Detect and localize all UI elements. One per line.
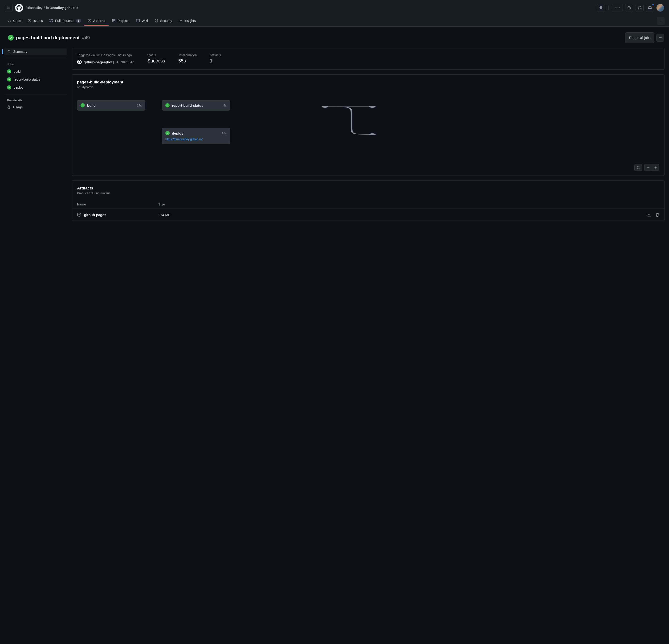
notifications-button[interactable] — [646, 4, 654, 12]
table-icon — [112, 19, 116, 23]
artifacts-subtitle: Produced during runtime — [77, 191, 659, 195]
user-avatar[interactable] — [656, 4, 664, 12]
workflow-title: pages-build-deployment — [77, 80, 659, 85]
git-pull-request-icon — [638, 6, 641, 10]
run-metadata-panel: Triggered via GitHub Pages 8 hours ago g… — [72, 48, 665, 70]
sidebar-job-label: deploy — [14, 86, 23, 89]
workflow-node-time: 4s — [223, 104, 227, 107]
notification-dot — [652, 3, 654, 6]
create-new-button[interactable] — [612, 4, 623, 12]
plus-icon — [654, 166, 657, 169]
inbox-icon — [648, 6, 652, 10]
sidebar-item-summary[interactable]: Summary — [4, 48, 67, 55]
issues-tray-button[interactable] — [625, 4, 633, 12]
workflow-node-label: build — [87, 103, 134, 108]
plus-icon — [614, 6, 618, 10]
commit-sha[interactable]: 902554c — [121, 60, 134, 64]
code-icon — [8, 19, 11, 23]
svg-point-1 — [369, 106, 376, 108]
status-label: Status — [147, 53, 165, 57]
hamburger-icon — [7, 6, 11, 10]
sidebar-job-deploy[interactable]: deploy — [4, 83, 67, 92]
artifact-size: 214 MB — [158, 213, 640, 217]
book-icon — [136, 19, 140, 23]
check-icon — [7, 69, 11, 73]
workflow-node-report-build-status[interactable]: report-build-status 4s — [162, 100, 230, 111]
commit-icon — [115, 60, 119, 64]
check-icon — [81, 103, 85, 108]
pr-count: 1 — [76, 19, 81, 23]
actor-avatar — [77, 60, 82, 64]
tabs-overflow-button[interactable] — [657, 17, 665, 25]
tab-issues[interactable]: Issues — [24, 16, 46, 26]
artifact-name[interactable]: github-pages — [84, 213, 106, 217]
sidebar-item-usage[interactable]: Usage — [4, 103, 67, 111]
download-icon[interactable] — [647, 213, 651, 217]
caret-down-icon — [618, 6, 621, 10]
search-button[interactable] — [597, 4, 605, 12]
stopwatch-icon — [7, 105, 11, 109]
artifacts-label: Artifacts — [210, 53, 221, 57]
breadcrumb: briancaffey / briancaffey.github.io — [26, 6, 79, 10]
status-success-icon — [8, 35, 14, 41]
breadcrumb-repo[interactable]: briancaffey.github.io — [46, 6, 79, 10]
workflow-node-deploy[interactable]: deploy 17s https://briancaffey.github.io… — [162, 128, 230, 144]
workflow-graph-panel: pages-build-deployment on: dynamic build… — [72, 74, 665, 176]
breadcrumb-owner[interactable]: briancaffey — [26, 6, 42, 10]
tab-security[interactable]: Security — [151, 16, 175, 26]
page-title: pages build and deployment — [16, 35, 80, 41]
deploy-url-link[interactable]: https://briancaffey.github.io/ — [165, 137, 203, 141]
fullscreen-icon — [637, 166, 640, 169]
tab-wiki[interactable]: Wiki — [133, 16, 151, 26]
home-icon — [7, 50, 11, 54]
artifacts-title: Artifacts — [77, 186, 659, 191]
tab-projects[interactable]: Projects — [109, 16, 133, 26]
workflow-node-build[interactable]: build 27s — [77, 100, 145, 111]
triggered-text: Triggered via GitHub Pages 8 hours ago — [77, 53, 134, 57]
sidebar-item-label: Summary — [13, 50, 27, 54]
sidebar-heading-jobs: Jobs — [4, 61, 67, 67]
artifact-row: github-pages 214 MB — [72, 209, 665, 221]
check-icon — [7, 85, 11, 89]
kebab-icon — [658, 36, 662, 40]
search-icon — [599, 6, 603, 10]
sidebar-job-label: build — [14, 70, 21, 73]
rerun-all-jobs-button[interactable]: Re-run all jobs — [625, 32, 654, 43]
workflow-node-label: report-build-status — [172, 103, 221, 108]
trash-icon[interactable] — [655, 213, 659, 217]
zoom-out-button[interactable] — [644, 164, 652, 171]
duration-value: 55s — [178, 58, 197, 64]
package-icon — [77, 212, 81, 217]
tab-actions[interactable]: Actions — [84, 16, 109, 26]
tab-insights[interactable]: Insights — [175, 16, 199, 26]
actor-name[interactable]: github-pages[bot] — [84, 60, 114, 64]
play-icon — [88, 19, 91, 23]
artifacts-col-size: Size — [158, 202, 640, 206]
sidebar-job-label: report-build-status — [14, 78, 40, 81]
hamburger-button[interactable] — [5, 4, 13, 12]
check-icon — [7, 77, 11, 82]
svg-point-0 — [322, 106, 328, 108]
issue-icon — [28, 19, 31, 23]
fullscreen-button[interactable] — [635, 164, 642, 171]
sidebar-job-report-build-status[interactable]: report-build-status — [4, 75, 67, 83]
run-options-button[interactable] — [656, 34, 664, 42]
sidebar-job-build[interactable]: build — [4, 67, 67, 75]
graph-icon — [179, 19, 183, 23]
tab-pull-requests[interactable]: Pull requests1 — [46, 16, 84, 26]
artifacts-panel: Artifacts Produced during runtime Name S… — [72, 181, 665, 221]
github-logo[interactable] — [15, 4, 23, 12]
minus-icon — [646, 166, 650, 169]
check-icon — [165, 131, 170, 135]
sidebar-heading-run-details: Run details — [4, 97, 67, 103]
tab-code[interactable]: Code — [4, 16, 24, 26]
workflow-node-label: deploy — [172, 131, 219, 135]
workflow-node-time: 27s — [137, 104, 142, 107]
svg-point-2 — [369, 134, 376, 135]
artifacts-value: 1 — [210, 58, 221, 64]
pull-requests-tray-button[interactable] — [636, 4, 643, 12]
duration-label: Total duration — [178, 53, 197, 57]
sidebar-item-label: Usage — [13, 105, 23, 109]
kebab-icon — [659, 19, 663, 23]
zoom-in-button[interactable] — [652, 164, 659, 171]
